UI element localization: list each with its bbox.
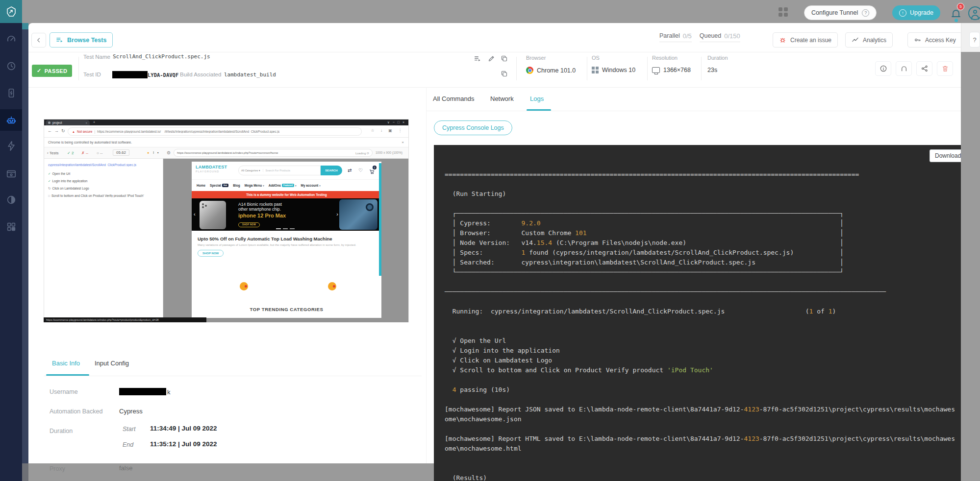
console-line: √ Open the Url [445, 336, 961, 346]
console-line: │ Cypress: 9.2.0 │ [445, 218, 961, 228]
sidebar-item-devices[interactable] [0, 82, 22, 104]
analytics-button[interactable]: Analytics [845, 32, 893, 48]
test-id-label: Test ID [83, 72, 101, 77]
edit-test-name-icon[interactable] [488, 55, 495, 64]
sidebar-item-history[interactable] [0, 55, 22, 77]
runner-step: □Scroll to bottom and Click on Product V… [48, 194, 161, 197]
delete-button[interactable] [937, 61, 953, 76]
console-line: [mochawesome] Report HTML saved to E:\la… [445, 434, 961, 444]
test-steps-icon[interactable] [474, 55, 481, 65]
address-bar: ▲ Not secure | https://ecommerce-playgro… [68, 127, 362, 136]
parallel-stat: Parallel 0/5 [659, 32, 692, 42]
console-line [445, 160, 961, 169]
not-secure-warning-icon: ▲ [72, 130, 75, 133]
duration-row-label: Duration [50, 428, 73, 434]
upgrade-button[interactable]: ↑ Upgrade [892, 5, 940, 20]
tab-all-commands[interactable]: All Commands [433, 95, 475, 102]
bug-icon [779, 36, 786, 44]
browser-value: Chrome 101.0 [526, 67, 576, 74]
copy-test-id-icon[interactable] [501, 70, 508, 79]
notifications-bell-icon[interactable]: 5 [950, 8, 964, 21]
console-line: [mochawesome] Report JSON saved to E:\la… [445, 405, 961, 414]
info-button[interactable] [875, 61, 891, 76]
step-pending-icon: □ [48, 194, 50, 197]
hero-carousel: A14 Bionic rockets past other smartphone… [192, 198, 381, 231]
trending-heading: TOP TRENDING CATEGORIES [192, 307, 381, 312]
window-controls: ∨ − □ × [387, 120, 405, 124]
browse-tests-icon [56, 36, 63, 44]
step-pass-icon: ✓ [48, 179, 50, 183]
create-issue-button[interactable]: Create an issue [773, 32, 838, 48]
iphone-blue-image [339, 199, 377, 230]
app-url: https://ecommerce-playground.lambdatest.… [177, 151, 355, 154]
sidebar-item-automation[interactable] [0, 109, 22, 131]
search-input: Search For Products [263, 169, 293, 172]
site-nav-item: SpecialHot [210, 184, 228, 187]
app-settings-icon: ⚙ [167, 150, 171, 155]
browser-tab-title: project [52, 121, 62, 124]
viewport-size: 1000 x 900 (100%) [376, 151, 402, 154]
promo-subtitle: Many variations of passages of Lorem Ips… [198, 243, 376, 246]
browse-tests-button[interactable]: Browse Tests [50, 32, 113, 48]
hero-product: iphone 12 Pro Max [238, 213, 286, 218]
tunnel-arch-button[interactable] [896, 61, 912, 76]
tab-input-config[interactable]: Input Config [95, 360, 129, 367]
help-button[interactable]: ? [969, 32, 980, 48]
duration-value: 23s [707, 67, 717, 73]
access-key-button[interactable]: Access Key [907, 32, 962, 48]
console-output: ========================================… [434, 145, 961, 481]
browser-address-row: ← → ↻ ▲ Not secure | https://ecommerce-p… [44, 125, 408, 138]
runner-step: ✓Login into the application [48, 179, 161, 183]
site-nav-item: AddOnsFeatured▾ [269, 184, 297, 187]
proxy-value: false [119, 464, 132, 472]
sidebar-item-contrast[interactable] [0, 189, 22, 211]
automation-value: Cypress [119, 408, 143, 415]
console-line [445, 297, 961, 307]
back-button[interactable] [31, 33, 46, 48]
browser-tab: project × [46, 120, 90, 125]
tab-basic-info[interactable]: Basic Info [52, 360, 80, 367]
proxy-label: Proxy [50, 465, 65, 472]
console-line: ┌───────────────────────────────────────… [445, 209, 961, 218]
site-nav: HomeSpecialHotBlogMega Menu▾AddOnsFeatur… [192, 179, 381, 191]
sidebar-item-apps[interactable] [0, 216, 22, 238]
lambdatest-logo[interactable] [0, 0, 22, 23]
app-root: Configure Tunnel ? ↑ Upgrade 5 Browse [0, 0, 980, 481]
upgrade-label: Upgrade [910, 9, 933, 16]
resolution-value: 1366×768 [652, 67, 691, 73]
automation-label: Automation Backed [50, 408, 102, 415]
configure-tunnel-button[interactable]: Configure Tunnel ? [804, 5, 877, 20]
sidebar-item-dashboard[interactable] [0, 28, 22, 50]
caret-down-icon: ▾ [319, 184, 321, 187]
notice-close-icon: × [402, 140, 404, 144]
cart-count-badge: 0 [373, 166, 377, 169]
wishlist-icon: ♡ [358, 168, 363, 173]
resolution-label: Resolution [652, 55, 678, 61]
runner-rec-icon: ● [147, 151, 149, 154]
share-button[interactable] [916, 61, 932, 76]
tunnel-help-icon[interactable]: ? [862, 9, 869, 17]
start-label: Start [123, 426, 135, 433]
dummy-site-banner: This is a dummy website for Web Automati… [192, 191, 381, 198]
cypress-console-logs-chip[interactable]: Cypress Console Logs [434, 120, 512, 135]
test-name-value: ScrollAnd_ClickProduct.spec.js [113, 53, 210, 60]
sidebar-item-browser-testing[interactable] [0, 163, 22, 185]
console-line [445, 395, 961, 405]
carousel-prev-icon: ‹ [194, 211, 196, 217]
category-placeholder-dot [240, 282, 248, 290]
copy-test-name-icon[interactable] [501, 55, 508, 64]
sidebar-gutter-accent [22, 23, 28, 29]
tab-logs[interactable]: Logs [530, 95, 544, 102]
sidebar-item-lightning[interactable] [0, 135, 22, 157]
chrome-icon [526, 67, 533, 74]
apps-grid-icon[interactable] [779, 7, 788, 17]
caret-down-icon: ▾ [263, 184, 264, 187]
tab-network[interactable]: Network [490, 95, 514, 102]
not-secure-label: Not secure [77, 130, 92, 133]
avatar[interactable] [968, 6, 980, 20]
site-nav-item: Mega Menu▾ [245, 184, 264, 187]
build-label: Build Associated [180, 72, 221, 77]
site-nav-item: Blog [233, 184, 240, 187]
browse-tests-label: Browse Tests [67, 37, 106, 44]
windows-icon [592, 67, 599, 73]
